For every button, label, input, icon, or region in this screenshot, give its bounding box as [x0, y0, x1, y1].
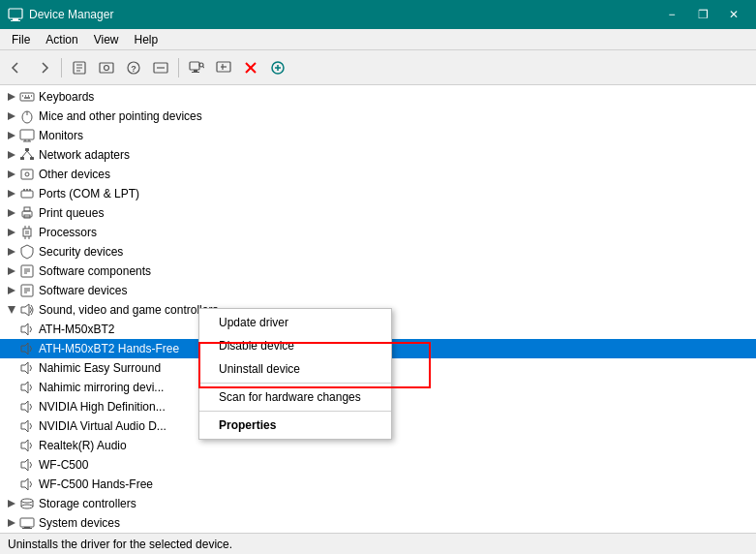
expand-icon-print[interactable] — [4, 205, 19, 221]
svg-marker-83 — [21, 401, 28, 413]
window-title: Device Manager — [29, 8, 657, 21]
audio-icon — [19, 399, 35, 415]
svg-marker-79 — [21, 323, 28, 335]
status-bar: Uninstalls the driver for the selected d… — [0, 533, 756, 554]
expand-icon-storage[interactable] — [4, 496, 19, 511]
svg-marker-47 — [8, 170, 15, 178]
disable-button[interactable] — [148, 55, 173, 80]
audio-icon — [19, 322, 35, 337]
tree-item-wf-c500[interactable]: WF-C500 — [0, 455, 756, 475]
update-driver-button[interactable] — [94, 55, 119, 80]
minimize-button[interactable]: − — [657, 5, 686, 24]
svg-rect-0 — [9, 9, 22, 18]
tree-item-mice[interactable]: Mice and other pointing devices — [0, 107, 756, 126]
svg-marker-66 — [8, 248, 15, 256]
add-legacy-button[interactable] — [265, 55, 290, 80]
ctx-update-driver[interactable]: Update driver — [199, 311, 391, 334]
port-icon — [19, 186, 35, 201]
tree-item-processors[interactable]: Processors — [0, 223, 756, 242]
expand-icon-software-components[interactable] — [4, 263, 19, 279]
system-icon — [19, 515, 35, 531]
scan-button[interactable] — [184, 55, 209, 80]
svg-point-16 — [199, 63, 203, 67]
tree-item-storage[interactable]: Storage controllers — [0, 494, 756, 513]
tree-item-security[interactable]: Security devices — [0, 242, 756, 262]
tree-item-network[interactable]: Network adapters — [0, 145, 756, 165]
audio-icon — [19, 457, 35, 473]
ctx-sep-2 — [199, 411, 391, 412]
expand-icon-keyboards[interactable] — [4, 89, 19, 105]
audio-icon — [19, 438, 35, 453]
restore-button[interactable]: ❐ — [688, 5, 717, 24]
svg-marker-72 — [8, 287, 15, 294]
tree-item-ports[interactable]: Ports (COM & LPT) — [0, 184, 756, 203]
keyboard-icon — [19, 89, 35, 105]
tree-label-network: Network adapters — [39, 148, 130, 162]
context-menu: Update driver Disable device Uninstall d… — [198, 308, 392, 440]
svg-rect-57 — [24, 207, 30, 211]
expand-icon-software-devices[interactable] — [4, 283, 19, 298]
tree-item-keyboards[interactable]: Keyboards — [0, 87, 756, 107]
svg-rect-14 — [194, 70, 197, 72]
expand-icon-mice[interactable] — [4, 108, 19, 124]
expand-icon-ports[interactable] — [4, 186, 19, 201]
menu-help[interactable]: Help — [127, 31, 166, 48]
menu-view[interactable]: View — [86, 31, 127, 48]
expand-icon-other[interactable] — [4, 167, 19, 182]
svg-rect-48 — [21, 169, 33, 179]
svg-marker-78 — [21, 304, 29, 316]
svg-rect-94 — [20, 518, 34, 527]
svg-rect-51 — [21, 191, 33, 198]
expand-icon-processors[interactable] — [4, 225, 19, 240]
svg-rect-15 — [192, 72, 199, 73]
back-button[interactable] — [4, 55, 29, 80]
tree-label-software-devices: Software devices — [39, 284, 127, 297]
security-icon — [19, 244, 35, 260]
device-icon — [19, 167, 35, 182]
tree-item-software-components[interactable]: Software components — [0, 262, 756, 281]
expand-icon-sound[interactable] — [4, 302, 19, 318]
ctx-scan-hardware[interactable]: Scan for hardware changes — [199, 385, 391, 409]
tree-item-wf-c500-hands[interactable]: WF-C500 Hands-Free — [0, 475, 756, 494]
svg-text:?: ? — [131, 64, 136, 74]
svg-point-92 — [21, 505, 33, 508]
menu-action[interactable]: Action — [38, 31, 85, 48]
tree-label-print: Print queues — [39, 206, 104, 220]
tree-label-wf-c500-hands: WF-C500 Hands-Free — [39, 477, 153, 491]
ctx-properties[interactable]: Properties — [199, 414, 391, 437]
menu-file[interactable]: File — [4, 31, 38, 48]
tree-label-mice: Mice and other pointing devices — [39, 109, 202, 123]
tree-item-system[interactable]: System devices — [0, 513, 756, 533]
tree-label-nvidia-virtual: NVIDIA Virtual Audio D... — [39, 419, 166, 433]
tree-item-monitors[interactable]: Monitors — [0, 126, 756, 145]
audio-icon — [19, 380, 35, 395]
svg-line-46 — [27, 151, 32, 157]
audio-icon — [19, 341, 35, 356]
tree-item-print[interactable]: Print queues — [0, 203, 756, 223]
svg-marker-87 — [21, 478, 28, 490]
uninstall-button[interactable] — [211, 55, 236, 80]
svg-rect-1 — [13, 18, 18, 20]
svg-marker-33 — [8, 112, 15, 120]
expand-icon-system[interactable] — [4, 515, 19, 531]
delete-button[interactable] — [238, 55, 263, 80]
ctx-disable-device[interactable]: Disable device — [199, 334, 391, 357]
expand-icon-network[interactable] — [4, 147, 19, 163]
tree-label-sound: Sound, video and game controllers — [39, 303, 218, 317]
software-icon — [19, 263, 35, 279]
title-bar: Device Manager − ❐ ✕ — [0, 0, 756, 29]
close-button[interactable]: ✕ — [719, 5, 748, 24]
svg-rect-37 — [20, 130, 34, 139]
ctx-uninstall-device[interactable]: Uninstall device — [199, 357, 391, 381]
svg-marker-77 — [8, 306, 15, 314]
svg-marker-59 — [8, 229, 15, 236]
svg-marker-55 — [8, 209, 15, 217]
tree-item-software-devices[interactable]: Software devices — [0, 281, 756, 300]
expand-icon-monitors[interactable] — [4, 128, 19, 143]
svg-rect-61 — [25, 231, 29, 234]
help-button[interactable]: ? — [121, 55, 146, 80]
forward-button[interactable] — [31, 55, 56, 80]
tree-item-other[interactable]: Other devices — [0, 165, 756, 184]
properties-button[interactable] — [67, 55, 92, 80]
expand-icon-security[interactable] — [4, 244, 19, 260]
